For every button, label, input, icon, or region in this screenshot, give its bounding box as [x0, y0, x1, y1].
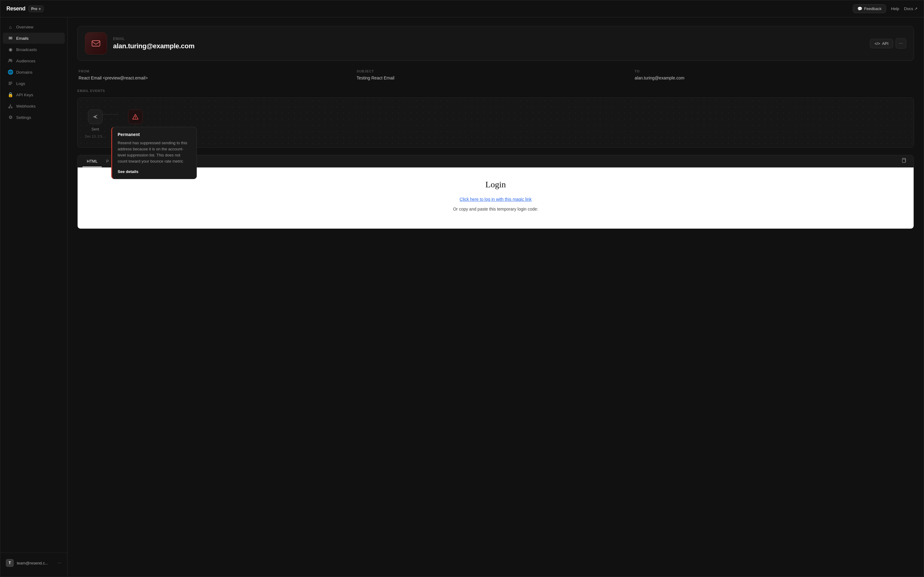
- app-container: Resend Pro + 💬 Feedback Help Docs ↗ ⌂ Ov…: [0, 0, 924, 577]
- subject-detail: SUBJECT Testing React Email: [357, 69, 635, 81]
- pro-badge: Pro +: [28, 5, 44, 12]
- domains-icon: 🌐: [8, 69, 13, 75]
- tab-html[interactable]: HTML: [82, 156, 102, 167]
- topbar: Resend Pro + 💬 Feedback Help Docs ↗: [0, 0, 924, 18]
- sidebar-item-overview[interactable]: ⌂ Overview: [3, 21, 65, 32]
- svg-rect-3: [8, 83, 12, 84]
- account-switcher[interactable]: T team@resend.c... ···: [3, 556, 65, 569]
- api-keys-icon: 🔒: [8, 92, 13, 97]
- svg-rect-2: [8, 82, 12, 82]
- sidebar-item-emails[interactable]: ✉ Emails: [3, 33, 65, 44]
- help-link[interactable]: Help: [891, 6, 899, 11]
- sidebar-item-domains[interactable]: 🌐 Domains: [3, 67, 65, 77]
- from-label: FROM: [79, 69, 357, 73]
- sidebar-item-label: Audiences: [16, 59, 35, 63]
- sidebar-item-label: Webhooks: [16, 104, 36, 108]
- preview-magic-link[interactable]: Click here to log in with this magic lin…: [460, 197, 532, 202]
- logs-icon: [8, 81, 13, 86]
- sidebar-item-label: Domains: [16, 70, 32, 74]
- to-value: alan.turing@example.com: [635, 76, 913, 81]
- sidebar-item-webhooks[interactable]: Webhooks: [3, 100, 65, 111]
- copy-button[interactable]: [898, 155, 909, 167]
- preview-section: HTML P Login Click here to log in with t…: [77, 155, 914, 229]
- brand-logo: Resend: [6, 5, 25, 12]
- sidebar-item-api-keys[interactable]: 🔒 API Keys: [3, 89, 65, 100]
- email-meta: Email alan.turing@example.com: [113, 37, 194, 50]
- sidebar-item-audiences[interactable]: Audiences: [3, 55, 65, 66]
- sidebar-item-label: Settings: [16, 115, 31, 120]
- pro-plus-icon: +: [39, 6, 41, 11]
- api-btn-label: API: [882, 41, 889, 46]
- tooltip-body: Resend has suppressed sending to this ad…: [118, 140, 191, 165]
- preview-tabs: HTML P: [77, 155, 914, 168]
- content-area: Email alan.turing@example.com </> API ··…: [68, 18, 924, 237]
- email-header-card: Email alan.turing@example.com </> API ··…: [77, 26, 914, 61]
- more-options-icon[interactable]: ···: [58, 560, 62, 566]
- preview-login-title: Login: [486, 180, 506, 190]
- sent-time: Dec 13, 2:5…: [85, 134, 105, 138]
- layout: ⌂ Overview ✉ Emails ◉ Broadcasts: [0, 18, 924, 577]
- email-type-icon: [85, 32, 107, 55]
- events-track: Sent Dec 13, 2:5…: [85, 107, 906, 138]
- sent-event-icon[interactable]: [88, 110, 103, 124]
- from-value: React Email <preview@react.email>: [79, 76, 357, 81]
- to-detail: TO alan.turing@example.com: [635, 69, 913, 81]
- settings-icon: ⚙: [8, 114, 13, 120]
- broadcasts-icon: ◉: [8, 47, 13, 52]
- code-icon: </>: [874, 41, 880, 46]
- event-node-sent: Sent Dec 13, 2:5…: [85, 110, 105, 138]
- sidebar: ⌂ Overview ✉ Emails ◉ Broadcasts: [0, 18, 68, 577]
- account-name: team@resend.c...: [17, 561, 55, 566]
- audiences-icon: [8, 58, 13, 64]
- more-button[interactable]: ···: [896, 38, 906, 48]
- svg-rect-4: [8, 84, 11, 85]
- feedback-label: Feedback: [864, 6, 882, 11]
- svg-point-1: [11, 59, 12, 61]
- svg-point-0: [9, 59, 11, 61]
- api-button[interactable]: </> API: [870, 39, 893, 48]
- sidebar-item-label: API Keys: [16, 93, 33, 97]
- sent-label: Sent: [91, 127, 99, 131]
- from-detail: FROM React Email <preview@react.email>: [79, 69, 357, 81]
- email-icon: ✉: [8, 35, 13, 41]
- bounced-event-icon[interactable]: [128, 110, 143, 124]
- email-address: alan.turing@example.com: [113, 42, 194, 50]
- sidebar-item-label: Overview: [16, 25, 33, 29]
- preview-iframe-area: Login Click here to log in with this mag…: [77, 168, 914, 229]
- bounce-tooltip: Permanent Resend has suppressed sending …: [111, 127, 197, 179]
- docs-link[interactable]: Docs ↗: [904, 6, 918, 11]
- topbar-right: 💬 Feedback Help Docs ↗: [853, 4, 918, 13]
- sidebar-item-label: Broadcasts: [16, 47, 37, 52]
- topbar-left: Resend Pro +: [6, 5, 44, 12]
- svg-point-10: [135, 118, 136, 119]
- home-icon: ⌂: [8, 24, 13, 30]
- svg-rect-11: [902, 159, 905, 163]
- sidebar-item-logs[interactable]: Logs: [3, 78, 65, 89]
- sidebar-item-settings[interactable]: ⚙ Settings: [3, 112, 65, 123]
- email-header-right: </> API ···: [870, 38, 906, 48]
- email-details: FROM React Email <preview@react.email> S…: [77, 69, 914, 81]
- subject-label: SUBJECT: [357, 69, 635, 73]
- sidebar-item-label: Emails: [16, 36, 29, 41]
- sidebar-item-broadcasts[interactable]: ◉ Broadcasts: [3, 44, 65, 55]
- feedback-chat-icon: 💬: [857, 6, 862, 11]
- subject-value: Testing React Email: [357, 76, 635, 81]
- to-label: TO: [635, 69, 913, 73]
- email-meta-label: Email: [113, 37, 194, 41]
- events-section-label: EMAIL EVENTS: [77, 89, 914, 93]
- sidebar-nav: ⌂ Overview ✉ Emails ◉ Broadcasts: [0, 21, 67, 553]
- email-header-left: Email alan.turing@example.com: [85, 32, 194, 55]
- preview-copy-text: Or copy and paste this temporary login c…: [453, 206, 538, 211]
- tooltip-title: Permanent: [118, 132, 191, 137]
- feedback-button[interactable]: 💬 Feedback: [853, 4, 886, 13]
- pro-label: Pro: [31, 7, 37, 11]
- webhooks-icon: [8, 103, 13, 109]
- events-area: Sent Dec 13, 2:5…: [77, 97, 914, 148]
- sidebar-item-label: Logs: [16, 81, 25, 86]
- account-avatar: T: [6, 559, 14, 567]
- tooltip-see-details-link[interactable]: See details: [118, 169, 138, 174]
- sidebar-footer: T team@resend.c... ···: [0, 553, 67, 573]
- svg-point-5: [11, 107, 12, 108]
- main-content: Email alan.turing@example.com </> API ··…: [68, 18, 924, 577]
